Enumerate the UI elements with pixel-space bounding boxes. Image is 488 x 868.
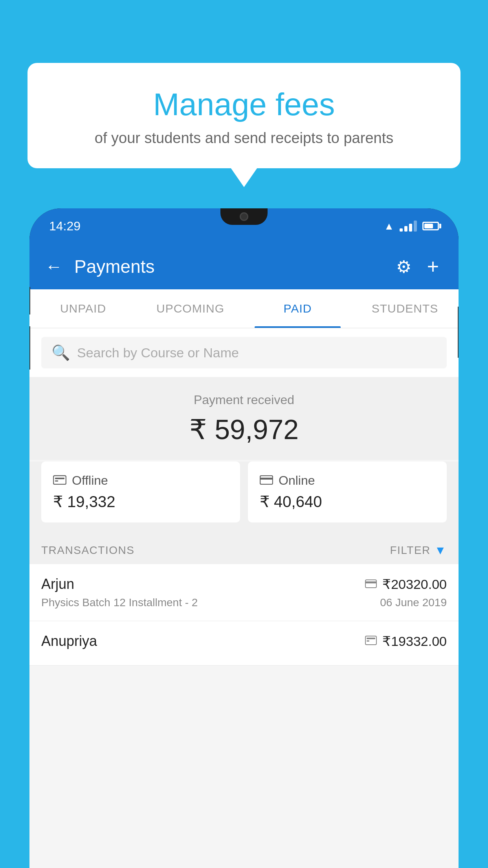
tabs: UNPAID UPCOMING PAID STUDENTS [29,289,459,328]
transactions-header: TRANSACTIONS FILTER ▼ [29,534,459,564]
online-label: Online [279,473,315,488]
svg-rect-4 [260,478,273,480]
bubble-subtitle: of your students and send receipts to pa… [47,130,441,147]
online-card: Online ₹ 40,640 [248,462,447,522]
online-icon [260,473,273,488]
search-bar-container: 🔍 Search by Course or Name [29,328,459,377]
bubble-title: Manage fees [47,86,441,123]
battery-fill [424,224,433,228]
signal-bar-1 [400,228,403,232]
phone-side-button-vol-down [29,326,30,370]
filter-button[interactable]: FILTER ▼ [390,544,447,557]
status-icons: ▲ [384,220,439,232]
transaction-type-icon-1 [365,577,377,591]
signal-bar-4 [414,221,417,232]
transaction-amount-wrap-1: ₹20320.00 [365,576,447,592]
transaction-name-1: Arjun [41,576,74,592]
transaction-name-2: Anupriya [41,633,97,649]
transaction-bottom-1: Physics Batch 12 Installment - 2 06 June… [41,596,447,609]
payment-cards: Offline ₹ 19,332 Online ₹ 40,640 [29,462,459,534]
tab-paid[interactable]: PAID [244,289,351,328]
online-card-header: Online [260,473,435,488]
svg-rect-6 [365,581,376,583]
search-input[interactable]: Search by Course or Name [77,345,239,360]
transaction-date-1: 06 June 2019 [380,596,447,609]
transaction-row[interactable]: Anupriya ₹19332.00 [29,621,459,666]
payment-received-label: Payment received [41,393,447,407]
battery-icon [422,222,439,230]
offline-icon [53,473,66,488]
search-input-wrapper[interactable]: 🔍 Search by Course or Name [41,337,447,368]
filter-label: FILTER [390,544,430,557]
svg-rect-3 [260,476,273,484]
transaction-row[interactable]: Arjun ₹20320.00 Physics Batch 12 Install… [29,564,459,621]
back-button[interactable]: ← [45,257,62,276]
transactions-label: TRANSACTIONS [41,544,134,557]
offline-card: Offline ₹ 19,332 [41,462,240,522]
front-camera [240,212,248,221]
transaction-type-icon-2 [365,634,377,648]
signal-bar-3 [409,224,412,232]
svg-rect-8 [367,638,375,639]
transaction-top-2: Anupriya ₹19332.00 [41,633,447,649]
transaction-course-1: Physics Batch 12 Installment - 2 [41,596,198,609]
svg-rect-5 [365,580,376,588]
wifi-icon: ▲ [384,220,394,232]
svg-rect-1 [55,478,64,479]
transaction-amount-1: ₹20320.00 [382,576,447,592]
notch [220,208,268,225]
transaction-amount-2: ₹19332.00 [382,633,447,649]
svg-rect-2 [55,480,58,482]
add-button[interactable]: + [427,255,439,278]
transaction-amount-wrap-2: ₹19332.00 [365,633,447,649]
filter-icon: ▼ [435,544,447,557]
phone-frame: 14:29 ▲ ← Payments ⚙ + UNPAID [29,208,459,868]
signal-bar-2 [404,226,407,232]
tab-upcoming[interactable]: UPCOMING [137,289,244,328]
offline-label: Offline [72,473,108,488]
svg-rect-0 [53,476,66,484]
payment-total-amount: ₹ 59,972 [41,414,447,446]
speech-bubble: Manage fees of your students and send re… [28,63,460,168]
search-icon: 🔍 [51,344,70,361]
tab-students[interactable]: STUDENTS [351,289,459,328]
status-bar: 14:29 ▲ [29,208,459,244]
transaction-top-1: Arjun ₹20320.00 [41,576,447,592]
offline-card-header: Offline [53,473,228,488]
tab-unpaid[interactable]: UNPAID [29,289,137,328]
header-title: Payments [74,256,384,277]
app-header: ← Payments ⚙ + [29,244,459,289]
offline-amount: ₹ 19,332 [53,493,228,511]
svg-rect-9 [367,640,369,642]
settings-button[interactable]: ⚙ [396,257,411,277]
phone-content: 🔍 Search by Course or Name Payment recei… [29,328,459,868]
signal-icon [400,221,417,232]
payment-received-section: Payment received ₹ 59,972 [29,377,459,460]
status-time: 14:29 [49,219,81,234]
online-amount: ₹ 40,640 [260,493,435,511]
